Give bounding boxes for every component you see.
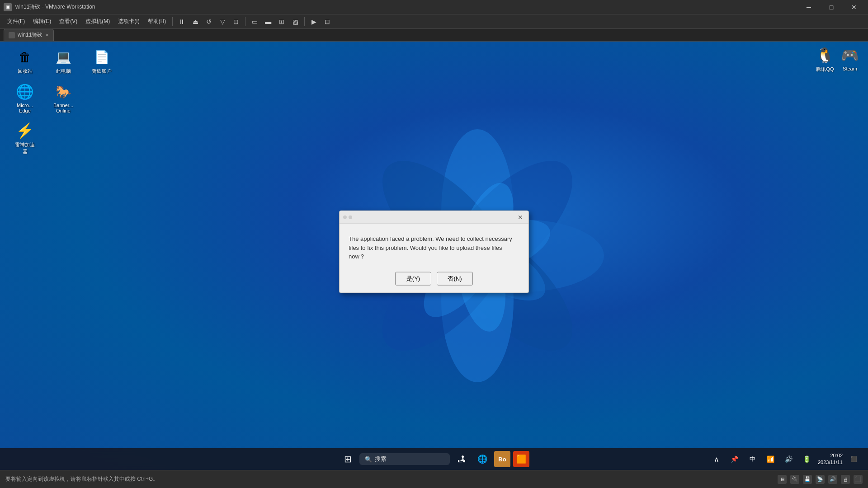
dialog-dot-2 [349, 215, 352, 219]
toolbar-btn-8[interactable]: ⊞ [275, 16, 288, 27]
desktop-icon-recycle[interactable]: 🗑 回收站 [9, 46, 41, 76]
edge-icon: 🌐 [16, 83, 34, 101]
recycle-label: 回收站 [18, 68, 33, 75]
titlebar-left: ▣ win11骑砍 - VMware Workstation [4, 3, 95, 11]
taskbar-search[interactable]: 🔍 搜索 [359, 453, 450, 465]
titlebar-controls: ─ □ ✕ [798, 0, 864, 14]
thunder-label: 雷神加速器 [15, 141, 35, 155]
search-label: 搜索 [375, 455, 387, 463]
vmware-app-icon: ▣ [4, 3, 12, 11]
vmware-menubar: 文件(F) 编辑(E) 查看(V) 虚拟机(M) 选项卡(I) 帮助(H) ⏸ … [0, 14, 868, 29]
menu-file[interactable]: 文件(F) [4, 16, 28, 27]
desktop-icon-row-2: 🌐 Micro...Edge 🐎 Banner...Online [9, 81, 118, 115]
taskbar-edge[interactable]: 🌐 [473, 450, 491, 468]
status-icon-network[interactable]: 🔌 [790, 475, 799, 484]
toolbar-btn-7[interactable]: ▬ [262, 16, 274, 27]
toolbar-btn-11[interactable]: ⊟ [321, 16, 334, 27]
status-icon-monitor[interactable]: 🖥 [778, 475, 787, 484]
toolbar-btn-5[interactable]: ⊡ [230, 16, 242, 27]
account-icon: 📄 [93, 48, 111, 66]
banner-icon: 🐎 [54, 83, 72, 101]
taskbar-battery[interactable]: 🔋 [800, 452, 814, 466]
menu-help[interactable]: 帮助(H) [144, 16, 170, 27]
vmware-statusbar: 要将输入定向到该虚拟机，请将鼠标指针移入其中或按 Ctrl+G。 🖥 🔌 💾 📡… [0, 470, 868, 488]
vm-tab-label: win11骑砍 [18, 31, 42, 39]
vmware-tabbar: win11骑砍 ✕ [0, 29, 868, 42]
account-label: 骑砍账户 [92, 68, 112, 75]
dialog-close-button[interactable]: ✕ [516, 212, 525, 221]
status-icon-disk[interactable]: 💾 [803, 475, 812, 484]
desktop-icon-edge[interactable]: 🌐 Micro...Edge [9, 81, 41, 115]
minimize-button[interactable]: ─ [798, 0, 819, 14]
menu-vm[interactable]: 虚拟机(M) [82, 16, 113, 27]
status-icon-stretch[interactable]: ⬛ [854, 475, 863, 484]
thunder-icon: ⚡ [16, 122, 34, 140]
mypc-label: 此电脑 [56, 68, 71, 75]
vm-tab-icon [9, 32, 15, 38]
toolbar-btn-4[interactable]: ▽ [216, 16, 229, 27]
taskbar-pin-icon[interactable]: 📌 [727, 452, 742, 466]
menu-edit[interactable]: 编辑(E) [29, 16, 55, 27]
taskbar-explorer[interactable]: 🏞 [453, 450, 471, 468]
close-button[interactable]: ✕ [844, 0, 864, 14]
dialog-dot-1 [343, 215, 347, 219]
vm-tab[interactable]: win11骑砍 ✕ [4, 29, 54, 41]
toolbar-btn-6[interactable]: ▭ [248, 16, 261, 27]
start-button[interactable]: ⊞ [339, 450, 357, 468]
toolbar-separator-3 [304, 17, 305, 26]
desktop-icon-account[interactable]: 📄 骑砍账户 [86, 46, 118, 76]
status-icon-usb[interactable]: 📡 [816, 475, 825, 484]
qq-label: 腾讯QQ [816, 66, 834, 73]
steam-icon: 🎮 [841, 46, 859, 64]
dialog-message: The application faced a problem. We need… [349, 235, 519, 261]
desktop-steam-icon[interactable]: 🎮 Steam [841, 46, 859, 73]
search-icon: 🔍 [365, 456, 372, 463]
taskbar-bodhi[interactable]: Bo [494, 451, 510, 467]
pause-button[interactable]: ⏸ [175, 16, 188, 27]
dialog-no-button[interactable]: 否(N) [437, 272, 473, 285]
desktop-icon-mypc[interactable]: 💻 此电脑 [47, 46, 79, 76]
toolbar-btn-9[interactable]: ▨ [289, 16, 302, 27]
dialog-dots [343, 215, 352, 219]
vmware-window-title: win11骑砍 - VMware Workstation [15, 3, 95, 11]
desktop-qq-icon[interactable]: 🐧 腾讯QQ [816, 46, 834, 73]
dialog-buttons: 是(Y) 否(N) [349, 272, 519, 285]
maximize-button[interactable]: □ [821, 0, 842, 14]
status-icon-print[interactable]: 🖨 [841, 475, 850, 484]
win11-desktop: 🗑 回收站 💻 此电脑 📄 骑砍账户 🌐 Micro...Edge [0, 42, 868, 470]
mypc-icon: 💻 [54, 48, 72, 66]
taskbar-show-hidden[interactable]: ∧ [709, 452, 724, 466]
desktop-icon-row-3: ⚡ 雷神加速器 [9, 120, 118, 157]
desktop-icon-row-1: 🗑 回收站 💻 此电脑 📄 骑砍账户 [9, 46, 118, 76]
taskbar-notification[interactable]: ⬛ [846, 452, 861, 466]
status-icon-audio[interactable]: 🔊 [828, 475, 837, 484]
desktop-systray: 🐧 腾讯QQ 🎮 Steam [816, 46, 859, 73]
taskbar-gamecomm[interactable]: 🟧 [513, 451, 529, 467]
error-dialog: ✕ The application faced a problem. We ne… [339, 211, 529, 293]
desktop-icons: 🗑 回收站 💻 此电脑 📄 骑砍账户 🌐 Micro...Edge [9, 46, 118, 157]
vmware-titlebar: ▣ win11骑砍 - VMware Workstation ─ □ ✕ [0, 0, 868, 14]
desktop-icon-banner[interactable]: 🐎 Banner...Online [47, 81, 79, 115]
vm-screen[interactable]: 🗑 回收站 💻 此电脑 📄 骑砍账户 🌐 Micro...Edge [0, 42, 868, 470]
toolbar-btn-3[interactable]: ↺ [203, 16, 215, 27]
edge-label: Micro...Edge [17, 103, 33, 113]
menu-view[interactable]: 查看(V) [56, 16, 81, 27]
taskbar-lang[interactable]: 中 [745, 452, 760, 466]
toolbar-btn-2[interactable]: ⏏ [189, 16, 202, 27]
menu-tabs[interactable]: 选项卡(I) [114, 16, 143, 27]
qq-icon: 🐧 [816, 46, 834, 64]
dialog-title-left [343, 215, 352, 219]
dialog-yes-button[interactable]: 是(Y) [395, 272, 431, 285]
steam-label: Steam [843, 66, 857, 71]
vm-tab-close[interactable]: ✕ [45, 33, 49, 38]
taskbar-volume[interactable]: 🔊 [782, 452, 796, 466]
status-message: 要将输入定向到该虚拟机，请将鼠标指针移入其中或按 Ctrl+G。 [5, 475, 158, 483]
desktop-icon-thunder[interactable]: ⚡ 雷神加速器 [9, 120, 41, 157]
taskbar-right: ∧ 📌 中 📶 🔊 🔋 20:02 2023/11/11 ⬛ [709, 452, 861, 466]
taskbar-wifi[interactable]: 📶 [764, 452, 778, 466]
toolbar-btn-10[interactable]: ▶ [307, 16, 320, 27]
taskbar-datetime[interactable]: 20:02 2023/11/11 [818, 452, 843, 466]
banner-label: Banner...Online [53, 103, 73, 113]
toolbar-separator-2 [245, 17, 245, 26]
taskbar-time-display: 20:02 [818, 452, 843, 459]
